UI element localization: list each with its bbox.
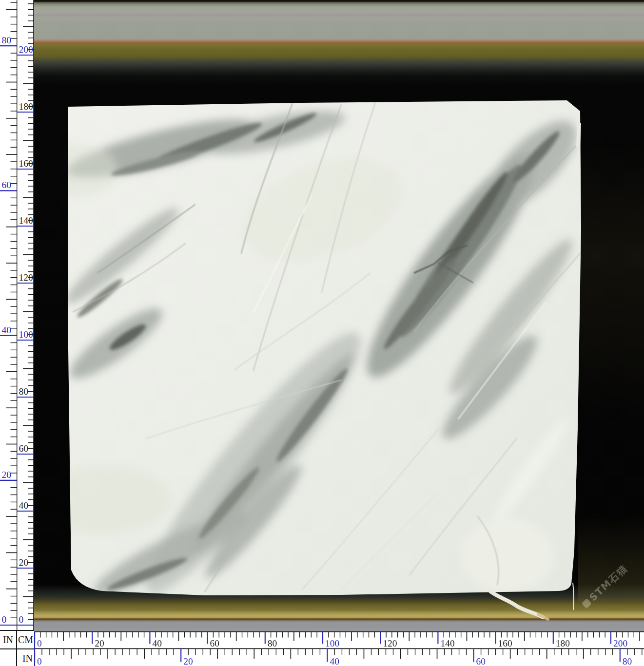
svg-text:160: 160 bbox=[19, 158, 33, 169]
svg-text:180: 180 bbox=[556, 638, 570, 648]
svg-text:0: 0 bbox=[2, 614, 7, 625]
svg-text:200: 200 bbox=[613, 638, 627, 648]
corner-empty-cell bbox=[0, 649, 16, 666]
edge-thread bbox=[573, 583, 574, 610]
svg-text:0: 0 bbox=[37, 638, 42, 648]
svg-text:80: 80 bbox=[19, 386, 29, 397]
svg-text:40: 40 bbox=[19, 500, 29, 511]
svg-text:140: 140 bbox=[19, 215, 33, 226]
svg-text:60: 60 bbox=[19, 443, 29, 454]
corner-label-in-column: IN bbox=[0, 631, 16, 648]
svg-text:140: 140 bbox=[440, 638, 454, 648]
svg-text:120: 120 bbox=[19, 272, 33, 283]
svg-text:120: 120 bbox=[383, 638, 397, 648]
svg-text:180: 180 bbox=[19, 101, 33, 112]
svg-text:100: 100 bbox=[19, 329, 33, 340]
hanging-rope bbox=[490, 591, 543, 617]
svg-text:0: 0 bbox=[19, 614, 24, 625]
svg-text:40: 40 bbox=[2, 325, 12, 335]
corner-label-in-row: IN bbox=[16, 649, 34, 666]
svg-text:20: 20 bbox=[2, 470, 12, 480]
svg-text:20: 20 bbox=[183, 656, 193, 666]
svg-text:100: 100 bbox=[325, 638, 339, 648]
svg-text:0: 0 bbox=[37, 656, 42, 666]
horizontal-ruler: 020406080100120140160180200020406080 bbox=[34, 628, 644, 666]
ruler-corner: IN CM IN bbox=[0, 630, 34, 666]
svg-text:20: 20 bbox=[95, 638, 104, 648]
svg-text:20: 20 bbox=[19, 557, 29, 568]
svg-text:60: 60 bbox=[476, 656, 486, 666]
slab-scan-view: STM石猫 STM石猫 0204060801001201401601802000… bbox=[0, 0, 644, 666]
svg-text:40: 40 bbox=[152, 638, 162, 648]
svg-text:40: 40 bbox=[330, 656, 339, 666]
svg-text:200: 200 bbox=[19, 44, 33, 55]
svg-text:80: 80 bbox=[2, 35, 12, 45]
svg-text:60: 60 bbox=[210, 638, 220, 648]
svg-text:80: 80 bbox=[268, 638, 277, 648]
corner-label-cm: CM bbox=[16, 631, 34, 648]
svg-text:80: 80 bbox=[623, 656, 632, 666]
svg-text:60: 60 bbox=[2, 180, 12, 190]
svg-text:160: 160 bbox=[498, 638, 512, 648]
marble-slab-image bbox=[0, 0, 644, 666]
vertical-ruler: 020406080100120140160180200020406080 bbox=[0, 0, 34, 630]
